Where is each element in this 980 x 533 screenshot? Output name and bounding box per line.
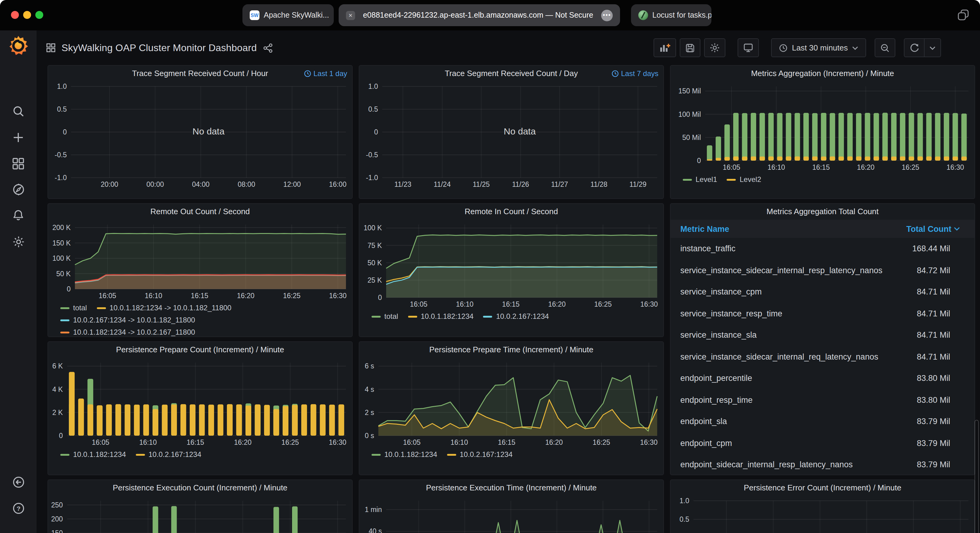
browser-tab-skywalking[interactable]: SW Apache SkyWalki... bbox=[242, 4, 334, 26]
close-window-button[interactable] bbox=[11, 11, 19, 19]
add-panel-button[interactable] bbox=[654, 38, 676, 57]
legend-item[interactable]: 10.0.2.167:1234 bbox=[483, 311, 549, 322]
panel-remote-out-count: Remote Out Count / Second 16:0516:1016:1… bbox=[48, 203, 353, 337]
chevron-down-icon bbox=[929, 46, 935, 49]
help-icon[interactable]: ? bbox=[0, 497, 37, 519]
svg-text:16:30: 16:30 bbox=[947, 163, 964, 171]
page-scrollbar[interactable] bbox=[975, 420, 979, 533]
zoom-window-button[interactable] bbox=[35, 11, 43, 19]
panel-title[interactable]: Remote In Count / Second bbox=[360, 204, 663, 220]
legend-item[interactable]: 10.0.1.182:1234 bbox=[372, 449, 438, 460]
legend-item[interactable]: 10.0.2.167:1234 -> 10.0.1.182_11800 bbox=[60, 314, 195, 325]
panel-title[interactable]: Remote Out Count / Second bbox=[48, 204, 352, 220]
svg-text:11/26: 11/26 bbox=[512, 181, 529, 188]
tab-overview-icon[interactable] bbox=[958, 9, 969, 21]
total-count-cell: 84.71 Mil bbox=[916, 287, 975, 297]
table-header-metric-name[interactable]: Metric Name bbox=[671, 224, 906, 233]
zoom-out-time-button[interactable] bbox=[875, 38, 895, 57]
svg-text:16:30: 16:30 bbox=[640, 438, 658, 446]
panel-persistence-error-count: Persistence Error Count (Increment) / Mi… bbox=[670, 479, 975, 533]
chevron-down-icon bbox=[852, 46, 858, 49]
page-title[interactable]: SkyWalking OAP Cluster Monitor Dashboard bbox=[62, 42, 257, 53]
legend-label: 10.0.2.167:1234 bbox=[149, 450, 202, 459]
skywalking-favicon-icon: SW bbox=[250, 10, 259, 20]
browser-tab-active[interactable]: × e0881eed4-22961232.ap-east-1.elb.amazo… bbox=[339, 4, 620, 26]
legend-item[interactable]: 10.0.2.167:1234 bbox=[136, 449, 202, 460]
legend-color-dash bbox=[136, 454, 145, 455]
svg-text:16:30: 16:30 bbox=[329, 292, 347, 300]
total-count-cell: 83.79 Mil bbox=[916, 417, 975, 426]
total-count-cell: 168.44 Mil bbox=[912, 244, 975, 254]
share-icon[interactable] bbox=[263, 43, 272, 52]
sign-in-icon[interactable] bbox=[0, 471, 37, 493]
table-header-total-count[interactable]: Total Count bbox=[906, 224, 975, 233]
minimize-window-button[interactable] bbox=[23, 11, 31, 19]
legend-item[interactable]: total bbox=[60, 302, 87, 313]
svg-text:16:10: 16:10 bbox=[139, 438, 157, 446]
panel-title[interactable]: Persistence Error Count (Increment) / Mi… bbox=[671, 480, 975, 496]
create-plus-icon[interactable] bbox=[0, 127, 37, 149]
configuration-gear-icon[interactable] bbox=[0, 231, 37, 252]
refresh-interval-dropdown[interactable] bbox=[924, 38, 941, 57]
grafana-app: ? SkyWalking OAP Cluster Monitor Dashboa… bbox=[0, 30, 980, 533]
browser-tab-locust[interactable]: Locust for tasks.py bbox=[631, 4, 711, 26]
dashboard-header: SkyWalking OAP Cluster Monitor Dashboard bbox=[37, 30, 980, 65]
legend-item[interactable]: 10.0.1.182:1234 bbox=[60, 449, 126, 460]
alerting-bell-icon[interactable] bbox=[0, 205, 37, 226]
panel-title[interactable]: Persistence Execution Count (Increment) … bbox=[48, 480, 352, 496]
table-row: endpoint_sla83.79 Mil bbox=[671, 411, 975, 432]
panel-persistence-prepare-count: Persistence Prepare Count (Increment) / … bbox=[48, 341, 353, 475]
legend-item[interactable]: 10.0.1.182:1234 bbox=[408, 311, 474, 322]
grafana-logo-icon[interactable] bbox=[7, 35, 29, 57]
dashboards-icon[interactable] bbox=[0, 153, 37, 174]
legend-item[interactable]: total bbox=[372, 311, 398, 322]
refresh-button[interactable] bbox=[904, 38, 924, 57]
chart-error-count: 16:0516:1016:1516:2016:2516:301.00.50-0.… bbox=[671, 496, 975, 533]
dashboard-squares-icon bbox=[46, 43, 56, 52]
cycle-view-mode-button[interactable] bbox=[738, 38, 759, 57]
metric-name-cell: service_instance_sidecar_internal_req_la… bbox=[671, 352, 916, 362]
svg-text:0: 0 bbox=[63, 128, 67, 136]
legend-item[interactable]: 10.0.2.167:1234 bbox=[447, 449, 513, 460]
legend-color-dash bbox=[60, 307, 70, 309]
svg-text:-1.0: -1.0 bbox=[366, 174, 378, 182]
svg-text:1.0: 1.0 bbox=[57, 82, 67, 90]
legend-item[interactable]: 10.0.1.182:1234 -> 10.0.2.167_11800 bbox=[60, 327, 195, 337]
panel-title[interactable]: Trace Segment Received Count / Day Last … bbox=[360, 66, 663, 81]
legend-color-dash bbox=[97, 307, 106, 309]
metric-name-cell: service_instance_sidecar_internal_resp_l… bbox=[671, 266, 916, 275]
sort-chevron-icon bbox=[954, 227, 960, 231]
table-row: endpoint_percentile83.80 Mil bbox=[671, 368, 975, 389]
svg-text:16:05: 16:05 bbox=[99, 292, 116, 300]
tab-more-icon[interactable]: ••• bbox=[601, 10, 613, 21]
svg-text:100 K: 100 K bbox=[364, 224, 382, 232]
panel-title[interactable]: Trace Segment Received Count / Hour Last… bbox=[48, 66, 352, 81]
chart-trace-day: 11/2311/2411/2511/2611/2711/2811/291.00.… bbox=[360, 81, 663, 190]
panel-title[interactable]: Persistence Prepare Count (Increment) / … bbox=[48, 342, 352, 358]
legend-item[interactable]: Level2 bbox=[727, 174, 761, 185]
panel-title[interactable]: Persistence Execution Time (Increment) /… bbox=[360, 480, 663, 496]
table-row: endpoint_cpm83.79 Mil bbox=[671, 432, 975, 454]
search-icon[interactable] bbox=[0, 100, 37, 122]
panel-time-override[interactable]: Last 1 day bbox=[304, 66, 347, 81]
dashboard-settings-button[interactable] bbox=[704, 38, 725, 57]
panel-metrics-aggregation-minute: Metrics Aggregation (Increment) / Minute… bbox=[670, 65, 975, 199]
legend-item[interactable]: Level1 bbox=[683, 174, 717, 185]
time-range-picker[interactable]: Last 30 minutes bbox=[771, 38, 866, 57]
svg-text:6 K: 6 K bbox=[52, 362, 63, 370]
svg-text:?: ? bbox=[16, 505, 21, 512]
panel-title[interactable]: Metrics Aggregation Total Count bbox=[671, 204, 975, 220]
chart-legend: total10.0.1.182:123410.0.2.167:1234 bbox=[360, 310, 663, 322]
total-count-cell: 83.79 Mil bbox=[916, 439, 975, 448]
explore-compass-icon[interactable] bbox=[0, 178, 37, 200]
panel-title[interactable]: Metrics Aggregation (Increment) / Minute bbox=[671, 66, 975, 81]
panel-title[interactable]: Persistence Prepare Time (Increment) / M… bbox=[360, 342, 663, 358]
svg-text:16:25: 16:25 bbox=[902, 163, 920, 171]
save-dashboard-button[interactable] bbox=[680, 38, 700, 57]
panel-time-override[interactable]: Last 7 days bbox=[611, 66, 659, 81]
svg-text:4 s: 4 s bbox=[365, 385, 374, 393]
svg-text:11/28: 11/28 bbox=[590, 181, 608, 188]
tab-close-icon[interactable]: × bbox=[346, 11, 355, 20]
legend-item[interactable]: 10.0.1.182:1234 -> 10.0.1.182_11800 bbox=[97, 302, 231, 313]
panel-trace-segment-day: Trace Segment Received Count / Day Last … bbox=[359, 65, 664, 199]
